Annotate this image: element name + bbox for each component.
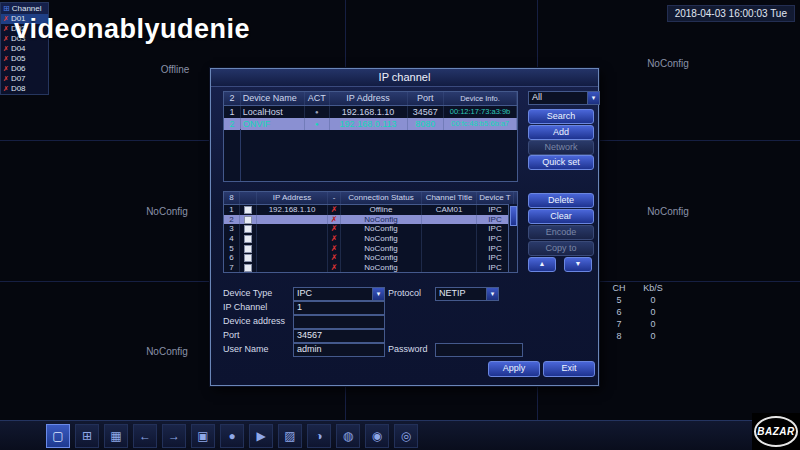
row-checkbox[interactable] (244, 254, 252, 262)
cell-status-label: Offline (145, 64, 205, 75)
password-input[interactable] (435, 343, 523, 357)
device-type-dropdown[interactable]: IPC ▾ (293, 287, 385, 301)
snapshot-icon[interactable]: ▨ (278, 424, 302, 448)
ip-channel-dialog: IP channel 2 Device Name ACT IP Address … (210, 68, 599, 386)
offline-x-icon: ✗ (3, 24, 9, 34)
single-view-icon[interactable]: ▢ (46, 424, 70, 448)
page-down-button[interactable]: ▼ (564, 257, 592, 272)
alarm-icon[interactable]: ◎ (394, 424, 418, 448)
next-page-icon[interactable]: → (162, 424, 186, 448)
channel-item-d07[interactable]: ✗ D07 (1, 74, 48, 84)
stop-icon[interactable]: ▣ (191, 424, 215, 448)
connection-status: Offline (341, 205, 422, 215)
protocol-filter-dropdown[interactable]: All ▾ (528, 91, 600, 105)
nine-view-icon[interactable]: ▦ (104, 424, 128, 448)
row-number: 2 (224, 215, 240, 225)
device-row-selected[interactable]: 2 ONVIF ● 192.168.0.113 8080 00:fc:48:b5… (224, 118, 517, 130)
column-header-port: Port (408, 92, 445, 105)
quad-view-icon[interactable]: ⊞ (75, 424, 99, 448)
prev-page-icon[interactable]: ← (133, 424, 157, 448)
channel-row[interactable]: 1 192.168.1.10 ✗ Offline CAM01 IPC (224, 205, 517, 215)
chevron-down-icon[interactable]: ▾ (587, 92, 599, 104)
channel-row[interactable]: 3 ✗ NoConfig IPC (224, 224, 517, 234)
table-scrollbar[interactable] (508, 204, 517, 272)
column-header-act: ACT (305, 92, 330, 105)
add-button[interactable]: Add (528, 125, 594, 140)
channel-ip (257, 253, 328, 263)
bottom-toolbar: ▢ ⊞ ▦ ← → ▣ ● ▶ ▨ ◑ ◍ ◉ ◎ (0, 420, 800, 450)
device-ip: 192.168.0.113 (330, 118, 408, 130)
device-port: 8080 (408, 118, 445, 130)
channel-item-d06[interactable]: ✗ D06 (1, 64, 48, 74)
channel-title (422, 244, 477, 254)
record-icon[interactable]: ● (220, 424, 244, 448)
row-checkbox[interactable] (244, 235, 252, 243)
apply-button[interactable]: Apply (488, 361, 540, 377)
quick-set-button[interactable]: Quick set (528, 155, 594, 170)
row-number: 2 (224, 118, 241, 130)
device-address-label: Device address (223, 315, 285, 327)
playback-icon[interactable]: ▶ (249, 424, 273, 448)
system-timestamp: 2018-04-03 16:00:03 Tue (667, 5, 795, 22)
scrollbar-thumb[interactable] (510, 206, 517, 226)
offline-x-icon: ✗ (3, 54, 9, 64)
chevron-down-icon[interactable]: ▾ (372, 288, 384, 300)
row-checkbox[interactable] (244, 245, 252, 253)
channel-item-d05[interactable]: ✗ D05 (1, 54, 48, 64)
dialog-title[interactable]: IP channel (211, 69, 598, 87)
row-checkbox[interactable] (244, 264, 252, 272)
channel-row[interactable]: 6 ✗ NoConfig IPC (224, 253, 517, 263)
port-input[interactable]: 34567 (293, 329, 385, 343)
offline-x-icon: ✗ (3, 34, 9, 44)
channel-row-selected[interactable]: 2 ✗ NoConfig IPC (224, 215, 517, 225)
channel-item-d08[interactable]: ✗ D08 (1, 84, 48, 94)
bitrate-value: 0 (634, 318, 672, 330)
column-header-device-name: Device Name (241, 92, 305, 105)
row-number: 7 (224, 263, 240, 273)
clear-button[interactable]: Clear (528, 209, 594, 224)
row-checkbox[interactable] (244, 206, 252, 214)
bazar-logo: BAZAR (752, 413, 800, 450)
channel-row[interactable]: 4 ✗ NoConfig IPC (224, 234, 517, 244)
channel-panel-title: Channel (12, 4, 42, 13)
device-row[interactable]: 1 LocalHost ● 192.168.1.10 34567 00:12:1… (224, 106, 517, 118)
channel-item-label: D04 (11, 44, 26, 54)
channel-panel-header[interactable]: ⊞ Channel (1, 3, 48, 14)
connection-status: NoConfig (341, 215, 422, 225)
user-name-input[interactable]: admin (293, 343, 385, 357)
delete-button[interactable]: Delete (528, 193, 594, 208)
chevron-down-icon[interactable]: ▾ (486, 288, 498, 300)
connection-status: NoConfig (341, 253, 422, 263)
row-checkbox[interactable] (244, 216, 252, 224)
disconnected-x-icon: ✗ (328, 224, 341, 234)
channel-table-header: 8 IP Address - Connection Status Channel… (224, 192, 517, 205)
network-button[interactable]: Network (528, 140, 594, 155)
channel-row[interactable]: 5 ✗ NoConfig IPC (224, 244, 517, 254)
ip-channel-input[interactable]: 1 (293, 301, 385, 315)
row-checkbox-cell (240, 253, 257, 263)
channel-title (422, 234, 477, 244)
color-setting-icon[interactable]: ◑ (307, 424, 331, 448)
network-icon[interactable]: ◍ (336, 424, 360, 448)
cell-status-label: NoConfig (135, 346, 199, 357)
channel-item-d04[interactable]: ✗ D04 (1, 44, 48, 54)
channel-title (422, 263, 477, 273)
row-number: 4 (224, 234, 240, 244)
search-button[interactable]: Search (528, 109, 594, 124)
bazar-logo-ring: BAZAR (754, 416, 798, 447)
copy-to-button[interactable]: Copy to (528, 241, 594, 256)
device-address-input[interactable] (293, 315, 385, 329)
user-icon[interactable]: ◉ (365, 424, 389, 448)
disconnected-x-icon: ✗ (328, 205, 341, 215)
device-ip: 192.168.1.10 (330, 106, 408, 118)
column-header-ip: IP Address (257, 192, 328, 204)
protocol-dropdown[interactable]: NETIP ▾ (435, 287, 499, 301)
device-port: 34567 (408, 106, 445, 118)
encode-button[interactable]: Encode (528, 225, 594, 240)
disconnected-x-icon: ✗ (328, 234, 341, 244)
channel-item-label: D06 (11, 64, 26, 74)
row-checkbox[interactable] (244, 225, 252, 233)
exit-button[interactable]: Exit (543, 361, 595, 377)
page-up-button[interactable]: ▲ (528, 257, 556, 272)
channel-row[interactable]: 7 ✗ NoConfig IPC (224, 263, 517, 273)
